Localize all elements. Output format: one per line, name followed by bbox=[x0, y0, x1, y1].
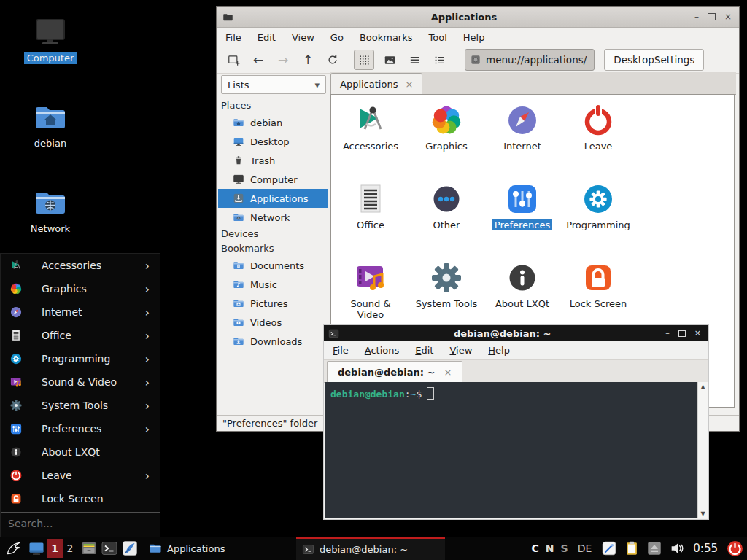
close-icon[interactable]: × bbox=[724, 12, 732, 21]
home-folder-icon bbox=[233, 117, 244, 128]
maximize-icon[interactable] bbox=[678, 330, 686, 337]
path-button-desktopsettings[interactable]: DesktopSettings bbox=[604, 49, 704, 71]
sidebar-item-desktop[interactable]: Desktop bbox=[218, 132, 328, 151]
scroll-up-icon[interactable]: ▲ bbox=[700, 384, 705, 390]
sidebar-item-trash[interactable]: Trash bbox=[218, 151, 328, 170]
grid-item-preferences[interactable]: Preferences bbox=[484, 178, 560, 257]
menu-item-programming[interactable]: Programming › bbox=[1, 347, 160, 370]
forward-button[interactable]: → bbox=[274, 50, 293, 69]
menu-item-leave[interactable]: Leave › bbox=[1, 464, 160, 487]
clipboard-tray-icon[interactable] bbox=[624, 540, 640, 556]
menu-help[interactable]: Help bbox=[463, 32, 485, 43]
up-button[interactable]: ↑ bbox=[298, 50, 317, 69]
menu-edit[interactable]: Edit bbox=[258, 32, 276, 43]
menu-item-graphics[interactable]: Graphics › bbox=[1, 277, 160, 300]
num-lock-indicator[interactable]: N bbox=[546, 542, 554, 554]
sidebar-item-music[interactable]: Music bbox=[218, 275, 328, 294]
search-input[interactable] bbox=[1, 517, 148, 530]
grid-item-accessories[interactable]: Accessories bbox=[333, 99, 409, 178]
menu-view[interactable]: View bbox=[292, 32, 314, 43]
terminal-screen[interactable]: debian@debian:~$ bbox=[325, 382, 697, 518]
desktop-icon-home[interactable]: debian bbox=[15, 100, 85, 149]
menu-edit[interactable]: Edit bbox=[415, 345, 433, 356]
caps-lock-indicator[interactable]: C bbox=[532, 542, 539, 554]
grid-item-sound-video[interactable]: Sound & Video bbox=[333, 257, 409, 335]
quicklaunch-terminal[interactable] bbox=[101, 540, 118, 557]
sidebar-item-videos[interactable]: Videos bbox=[218, 313, 328, 332]
task-button-applications[interactable]: Applications bbox=[143, 537, 295, 560]
menu-item-accessories[interactable]: Accessories › bbox=[1, 254, 160, 277]
sidebar-item-documents[interactable]: Documents bbox=[218, 256, 328, 275]
sidebar-item-home[interactable]: debian bbox=[218, 113, 328, 132]
thumbnail-view-button[interactable] bbox=[380, 50, 399, 69]
sidebar-item-applications[interactable]: Applications bbox=[218, 189, 328, 208]
keyboard-layout-indicator[interactable]: DE bbox=[578, 542, 592, 554]
grid-item-other[interactable]: Other bbox=[409, 178, 484, 257]
tab-close-icon[interactable]: × bbox=[405, 79, 413, 90]
clock[interactable]: 0:55 bbox=[693, 542, 718, 555]
desktop-icon-network[interactable]: Network bbox=[15, 185, 85, 235]
path-bar[interactable]: menu://applications/ bbox=[465, 49, 595, 71]
volume-icon[interactable] bbox=[669, 540, 685, 556]
screenshot-tray-icon[interactable] bbox=[601, 540, 617, 556]
task-button-terminal[interactable]: debian@debian: ~ bbox=[296, 537, 445, 560]
terminal-tab[interactable]: debian@debian: ~ × bbox=[327, 361, 462, 382]
new-tab-button[interactable] bbox=[224, 50, 243, 69]
quicklaunch-featherpad[interactable] bbox=[121, 540, 139, 557]
fm-tab-applications[interactable]: Applications × bbox=[330, 73, 422, 94]
grid-item-internet[interactable]: Internet bbox=[484, 99, 560, 178]
grid-item-system-tools[interactable]: System Tools bbox=[409, 257, 484, 335]
start-menu-button[interactable] bbox=[3, 538, 23, 559]
menu-item-lock-screen[interactable]: Lock Screen bbox=[1, 487, 160, 510]
menu-item-about-lxqt[interactable]: About LXQt bbox=[1, 440, 160, 464]
power-button-icon[interactable] bbox=[726, 540, 744, 558]
fm-titlebar[interactable]: Applications – × bbox=[217, 7, 739, 28]
menu-item-office[interactable]: Office › bbox=[1, 324, 160, 347]
compact-view-button[interactable] bbox=[430, 50, 449, 69]
menu-file[interactable]: File bbox=[333, 345, 349, 356]
scroll-lock-indicator[interactable]: S bbox=[561, 542, 568, 554]
show-desktop-button[interactable] bbox=[28, 540, 45, 557]
submenu-arrow-icon: › bbox=[145, 306, 150, 319]
sidebar-item-pictures[interactable]: Pictures bbox=[218, 294, 328, 313]
minimize-icon[interactable]: – bbox=[694, 12, 699, 21]
terminal-scrollbar[interactable]: ▲ ▼ bbox=[697, 382, 708, 518]
back-button[interactable]: ← bbox=[249, 50, 268, 69]
quicklaunch-file-manager[interactable] bbox=[80, 540, 98, 557]
workspace-1-button[interactable]: 1 bbox=[47, 539, 63, 558]
menu-item-system-tools[interactable]: System Tools › bbox=[1, 394, 160, 417]
grid-item-programming[interactable]: Programming bbox=[560, 178, 636, 257]
menu-item-sound-video[interactable]: Sound & Video › bbox=[1, 370, 160, 394]
menu-item-internet[interactable]: Internet › bbox=[1, 300, 160, 324]
tab-close-icon[interactable]: × bbox=[444, 367, 452, 378]
sidebar-item-computer[interactable]: Computer bbox=[218, 170, 328, 189]
icon-view-button[interactable] bbox=[354, 50, 374, 70]
maximize-icon[interactable] bbox=[708, 13, 716, 20]
menu-go[interactable]: Go bbox=[330, 32, 344, 43]
removable-media-icon[interactable] bbox=[646, 540, 662, 556]
minimize-icon[interactable]: – bbox=[665, 329, 670, 338]
detailed-list-button[interactable] bbox=[405, 50, 424, 69]
grid-item-about-lxqt[interactable]: About LXQt bbox=[484, 257, 560, 335]
reload-button[interactable] bbox=[323, 50, 342, 69]
menu-help[interactable]: Help bbox=[488, 345, 510, 356]
close-icon[interactable]: × bbox=[694, 329, 701, 338]
sidebar-mode-combo[interactable]: Lists ▾ bbox=[221, 75, 326, 94]
workspace-2-button[interactable]: 2 bbox=[64, 539, 76, 558]
menu-view[interactable]: View bbox=[449, 345, 472, 356]
menu-tool[interactable]: Tool bbox=[429, 32, 447, 43]
menu-actions[interactable]: Actions bbox=[365, 345, 400, 356]
desktop-icon-computer[interactable]: Computer bbox=[15, 15, 85, 64]
sidebar-item-network[interactable]: Network bbox=[218, 208, 328, 227]
menu-file[interactable]: File bbox=[225, 32, 241, 43]
terminal-titlebar[interactable]: debian@debian: ~ – × bbox=[324, 325, 708, 341]
grid-item-graphics[interactable]: Graphics bbox=[409, 99, 484, 178]
sidebar-item-downloads[interactable]: Downloads bbox=[218, 332, 328, 351]
menu-bookmarks[interactable]: Bookmarks bbox=[360, 32, 413, 43]
grid-item-leave[interactable]: Leave bbox=[560, 99, 636, 178]
scroll-down-icon[interactable]: ▼ bbox=[700, 510, 705, 517]
grid-item-lock-screen[interactable]: Lock Screen bbox=[560, 257, 636, 335]
system-tray: C N S DE 0:55 bbox=[532, 537, 744, 560]
menu-item-preferences[interactable]: Preferences › bbox=[1, 417, 160, 440]
grid-item-office[interactable]: Office bbox=[333, 178, 409, 257]
